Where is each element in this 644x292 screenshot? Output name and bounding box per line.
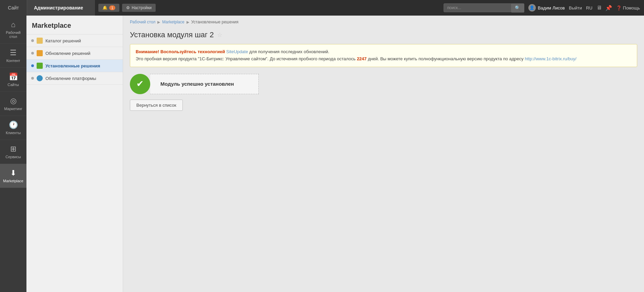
topbar-extra-icons: 🖥 📌 (597, 5, 612, 11)
favorite-icon[interactable]: ☆ (217, 31, 222, 39)
language-selector[interactable]: RU (586, 5, 592, 11)
breadcrumb-sep-1: ▶ (157, 20, 160, 24)
warning-title-prefix: Внимание! Воспользуйтесь технологией (136, 49, 226, 54)
notifications-badge: 1 (109, 5, 115, 10)
breadcrumb-dashboard[interactable]: Рабочий стол (130, 20, 155, 24)
site-update-link[interactable]: SiteUpdate (226, 49, 248, 54)
icon-sidebar: Рабочийстол ☰ Контент 📅 Сайты ◎ Маркетин… (0, 16, 26, 292)
updates-label: Обновление решений (45, 51, 91, 56)
buy-link[interactable]: http://www.1c-bitrix.ru/buy/ (525, 56, 576, 61)
success-block: ✔ Модуль успешно установлен (130, 74, 637, 94)
gear-icon: ⚙ (126, 5, 130, 10)
warning-title-suffix: для получения последних обновлений. (248, 49, 329, 54)
sidebar-item-sites[interactable]: 📅 Сайты (0, 68, 26, 92)
sidebar-sites-label: Сайты (7, 83, 19, 87)
checkmark-icon: ✔ (136, 79, 144, 89)
search-input[interactable] (444, 3, 511, 12)
sidebar-services-label: Сервисы (5, 155, 21, 159)
site-tab[interactable]: Сайт (0, 0, 27, 16)
breadcrumb-marketplace[interactable]: Marketplace (162, 20, 184, 24)
marketing-icon: ◎ (10, 97, 17, 105)
sidebar-item-services[interactable]: ⊞ Сервисы (0, 140, 26, 164)
sidebar-item-dashboard[interactable]: Рабочийстол (0, 16, 26, 44)
catalog-label: Каталог решений (45, 38, 81, 43)
user-menu[interactable]: 👤 Вадим Лисов (528, 4, 565, 12)
installed-label: Установленные решения (45, 63, 100, 68)
sidebar-content-label: Контент (6, 59, 20, 63)
back-button[interactable]: Вернуться в список (130, 100, 183, 111)
page-title: Установка модуля шаг 2 (130, 30, 214, 39)
catalog-icon (37, 38, 43, 44)
admin-tab[interactable]: Администрирование (27, 0, 95, 16)
sidebar-menu: Marketplace Каталог решений Обновление р… (26, 16, 123, 292)
question-icon: ❓ (616, 5, 622, 11)
search-icon: 🔍 (515, 5, 521, 11)
installed-icon (37, 63, 43, 69)
installed-dot (31, 64, 34, 67)
content-area: Рабочий стол ▶ Marketplace ▶ Установленн… (123, 16, 644, 292)
updates-dot (31, 52, 34, 55)
desktop-icon[interactable]: 🖥 (597, 5, 602, 11)
success-text: Модуль успешно установлен (150, 74, 259, 94)
user-name: Вадим Лисов (538, 5, 565, 11)
sidebar-menu-catalog[interactable]: Каталог решений (26, 35, 123, 47)
content-icon: ☰ (10, 48, 17, 57)
topbar-actions: 🔔 1 ⚙ Настройки (95, 4, 159, 12)
sidebar-marketplace-label: Marketplace (3, 179, 23, 183)
sidebar-dashboard-label: Рабочийстол (6, 30, 20, 39)
sidebar-menu-installed[interactable]: Установленные решения (26, 60, 123, 72)
platform-dot (31, 77, 34, 80)
user-avatar-icon: 👤 (528, 4, 536, 12)
warning-body-1: Это пробная версия продукта "1С-Битрикс:… (136, 56, 357, 61)
sidebar-item-marketing[interactable]: ◎ Маркетинг (0, 92, 26, 116)
search-area: 🔍 (444, 3, 524, 13)
page-header: Установка модуля шаг 2 ☆ (123, 28, 644, 44)
breadcrumb-sep-2: ▶ (187, 20, 189, 24)
days-count: 2247 (357, 56, 367, 61)
settings-button[interactable]: ⚙ Настройки (122, 4, 156, 12)
clients-icon: 🕐 (9, 121, 18, 129)
sidebar-item-content[interactable]: ☰ Контент (0, 44, 26, 68)
sidebar-marketing-label: Маркетинг (4, 107, 22, 111)
warning-line-2: Это пробная версия продукта "1С-Битрикс:… (136, 56, 631, 63)
sidebar-item-marketplace[interactable]: ⬇ Marketplace (0, 164, 26, 188)
logout-button[interactable]: Выйти (569, 5, 582, 11)
help-button[interactable]: ❓ Помощь (616, 5, 640, 11)
sidebar-clients-label: Клиенты (6, 131, 21, 135)
breadcrumb: Рабочий стол ▶ Marketplace ▶ Установленн… (123, 16, 644, 28)
warning-body-2: дней. Вы можете купить полнофункциональн… (367, 56, 525, 61)
platform-label: Обновление платформы (45, 76, 96, 81)
sidebar-item-clients[interactable]: 🕐 Клиенты (0, 116, 26, 140)
warning-box: Внимание! Воспользуйтесь технологией Sit… (130, 44, 637, 67)
warning-line-1: Внимание! Воспользуйтесь технологией Sit… (136, 48, 631, 56)
updates-icon (37, 50, 43, 56)
pin-icon[interactable]: 📌 (605, 5, 612, 11)
home-icon (11, 20, 15, 29)
search-button[interactable]: 🔍 (511, 3, 524, 13)
success-icon-wrap: ✔ (130, 74, 150, 94)
topbar: Сайт Администрирование 🔔 1 ⚙ Настройки 🔍… (0, 0, 644, 16)
sidebar-menu-updates[interactable]: Обновление решений (26, 47, 123, 60)
sidebar-title: Marketplace (26, 16, 123, 35)
sites-icon: 📅 (9, 72, 18, 81)
marketplace-icon: ⬇ (10, 169, 16, 178)
catalog-dot (31, 39, 34, 42)
notifications-button[interactable]: 🔔 1 (98, 4, 119, 12)
services-icon: ⊞ (10, 145, 16, 153)
breadcrumb-current: Установленные решения (191, 20, 238, 24)
topbar-right: 👤 Вадим Лисов Выйти RU 🖥 📌 ❓ Помощь (524, 4, 644, 12)
platform-icon (37, 75, 43, 81)
bell-icon: 🔔 (102, 5, 108, 10)
main-layout: Рабочийстол ☰ Контент 📅 Сайты ◎ Маркетин… (0, 16, 644, 292)
sidebar-menu-platform[interactable]: Обновление платформы (26, 72, 123, 85)
